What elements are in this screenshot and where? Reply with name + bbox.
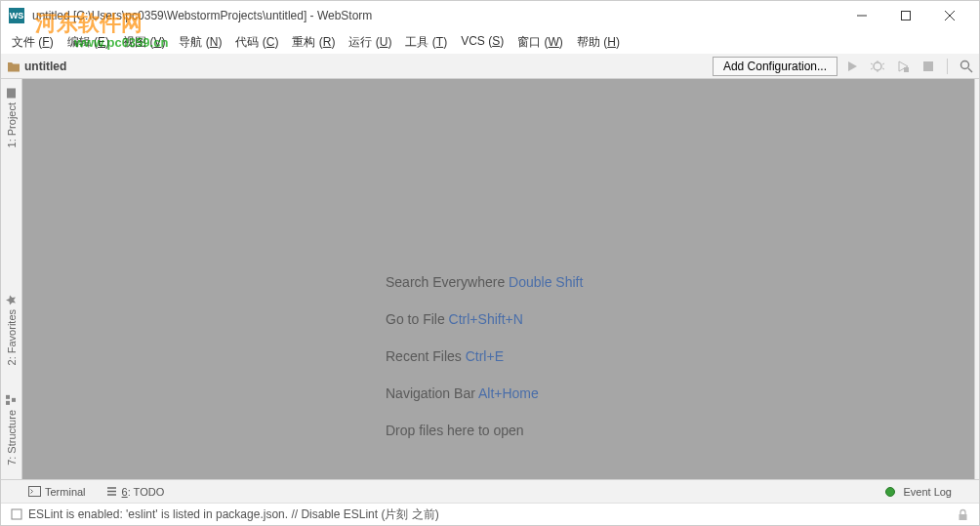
- tool-window-terminal[interactable]: Terminal: [19, 485, 96, 498]
- app-icon: WS: [9, 8, 24, 23]
- breadcrumb[interactable]: untitled: [7, 60, 66, 73]
- folder-icon: [7, 60, 20, 73]
- debug-icon[interactable]: [871, 60, 884, 73]
- right-gutter: [975, 79, 979, 479]
- project-icon: [6, 87, 18, 99]
- toolbar-run-group: [845, 59, 973, 74]
- run-icon[interactable]: [845, 60, 859, 73]
- search-icon[interactable]: [960, 60, 973, 73]
- todo-icon: [105, 485, 118, 498]
- menu-r[interactable]: 重构 (R): [285, 34, 342, 51]
- navigation-bar: untitled Add Configuration...: [1, 54, 979, 79]
- menu-h[interactable]: 帮助 (H): [570, 34, 627, 51]
- maximize-button[interactable]: [883, 1, 927, 30]
- left-gutter: 1: Project 2: Favorites 7: Structure: [1, 79, 22, 479]
- tool-window-project[interactable]: 1: Project: [1, 79, 21, 155]
- notification-dot-icon: [885, 487, 895, 497]
- menu-c[interactable]: 代码 (C): [228, 34, 285, 51]
- tool-window-todo[interactable]: 6: TODO: [96, 485, 175, 498]
- svg-point-13: [961, 61, 969, 68]
- svg-rect-24: [960, 514, 967, 520]
- editor-hint: Navigation Bar Alt+Home: [386, 385, 583, 401]
- tool-window-structure[interactable]: 7: Structure: [1, 386, 21, 473]
- structure-icon: [6, 394, 18, 406]
- svg-rect-1: [901, 12, 910, 20]
- editor-hint: Go to File Ctrl+Shift+N: [386, 311, 583, 327]
- svg-rect-16: [7, 401, 11, 405]
- svg-rect-17: [7, 395, 11, 399]
- status-icon: [11, 508, 22, 520]
- svg-point-4: [874, 62, 881, 70]
- editor-hint: Search Everywhere Double Shift: [386, 274, 583, 290]
- svg-line-7: [871, 63, 873, 64]
- add-configuration-button[interactable]: Add Configuration...: [713, 57, 837, 76]
- svg-rect-19: [29, 487, 41, 497]
- menu-t[interactable]: 工具 (T): [398, 34, 454, 51]
- menubar: 河东软件网 www.pc0359.cn 文件 (F)编辑 (E)视图 (V)导航…: [1, 30, 979, 54]
- menu-e[interactable]: 编辑 (E): [61, 34, 116, 51]
- window-controls: [839, 1, 971, 30]
- tool-window-favorites[interactable]: 2: Favorites: [1, 286, 21, 373]
- svg-rect-15: [8, 88, 17, 98]
- editor-hints: Search Everywhere Double ShiftGo to File…: [386, 274, 583, 460]
- editor-hint: Recent Files Ctrl+E: [386, 348, 583, 364]
- close-button[interactable]: [927, 1, 971, 30]
- lock-icon[interactable]: [957, 508, 969, 521]
- svg-line-9: [871, 68, 873, 69]
- svg-rect-18: [13, 398, 17, 402]
- main-area: 1: Project 2: Favorites 7: Structure Sea…: [1, 79, 979, 479]
- menu-s[interactable]: VCS (S): [454, 34, 510, 51]
- svg-rect-11: [904, 67, 909, 72]
- window-title: untitled [C:\Users\pc0359\WebstormProjec…: [32, 9, 839, 22]
- breadcrumb-label: untitled: [24, 60, 66, 73]
- menu-v[interactable]: 视图 (V): [116, 34, 172, 51]
- titlebar: WS untitled [C:\Users\pc0359\WebstormPro…: [1, 1, 979, 30]
- stop-icon[interactable]: [921, 60, 935, 73]
- menu-f[interactable]: 文件 (F): [5, 34, 61, 51]
- svg-line-10: [882, 68, 884, 69]
- terminal-icon: [28, 485, 41, 498]
- minimize-button[interactable]: [839, 1, 883, 30]
- svg-line-8: [882, 63, 884, 64]
- svg-rect-12: [923, 61, 933, 71]
- editor-hint: Drop files here to open: [386, 423, 583, 438]
- svg-rect-23: [12, 509, 21, 519]
- bottom-toolbar: Terminal 6: TODO Event Log: [1, 479, 979, 503]
- menu-u[interactable]: 运行 (U): [342, 34, 398, 51]
- run-with-coverage-icon[interactable]: [896, 60, 910, 73]
- menu-w[interactable]: 窗口 (W): [510, 34, 570, 51]
- editor-area[interactable]: Search Everywhere Double ShiftGo to File…: [22, 79, 975, 479]
- star-icon: [6, 294, 18, 305]
- status-bar: ESLint is enabled: 'eslint' is listed in…: [1, 503, 979, 525]
- status-message: ESLint is enabled: 'eslint' is listed in…: [28, 506, 439, 523]
- menu-n[interactable]: 导航 (N): [172, 34, 228, 51]
- svg-line-14: [968, 68, 972, 72]
- event-log-button[interactable]: Event Log: [876, 486, 961, 498]
